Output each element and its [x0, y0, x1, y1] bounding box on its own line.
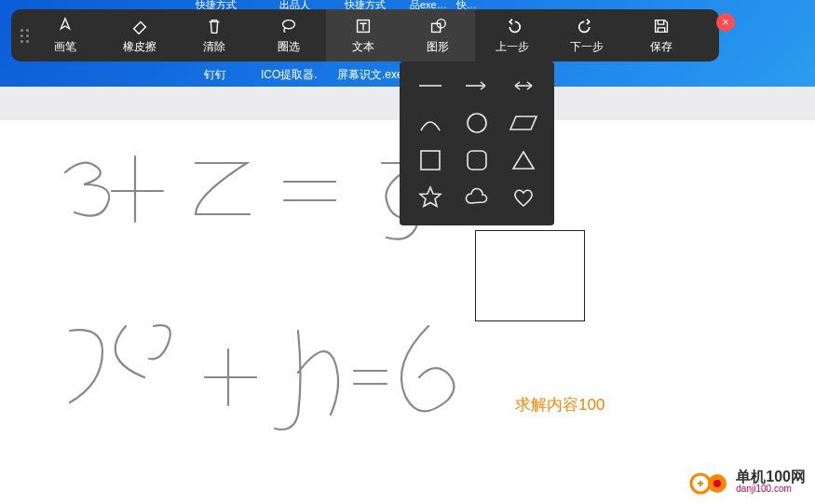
undo-label: 上一步	[496, 39, 529, 55]
shape-double-arrow[interactable]	[508, 75, 539, 97]
svg-point-0	[283, 20, 295, 29]
shapes-dropdown-panel	[400, 61, 554, 225]
save-button[interactable]: 保存	[624, 9, 699, 61]
eraser-button[interactable]: 橡皮擦	[102, 9, 177, 61]
svg-rect-8	[421, 151, 440, 170]
close-button[interactable]: ×	[716, 13, 735, 32]
lasso-label: 圈选	[278, 39, 300, 55]
eraser-label: 橡皮擦	[123, 39, 156, 55]
svg-point-7	[468, 114, 486, 132]
desktop-label: 屏幕识文.exe	[337, 67, 403, 83]
save-label: 保存	[650, 39, 672, 55]
brush-icon	[55, 16, 75, 36]
lasso-icon	[278, 16, 299, 36]
clear-button[interactable]: 清除	[177, 9, 251, 61]
shape-parallelogram[interactable]	[508, 112, 539, 134]
shape-cloud[interactable]	[461, 186, 493, 209]
watermark-title: 单机100网	[736, 470, 806, 484]
shape-rounded-square[interactable]	[461, 149, 493, 171]
drag-handle[interactable]	[11, 29, 28, 43]
drawn-rectangle[interactable]	[475, 230, 585, 321]
shape-heart[interactable]	[508, 186, 539, 209]
shape-line[interactable]	[414, 75, 446, 97]
shape-arrow[interactable]	[461, 75, 493, 97]
clear-label: 清除	[203, 39, 225, 55]
trash-icon	[204, 16, 224, 36]
text-button[interactable]: 文本	[326, 9, 401, 61]
text-icon	[353, 16, 374, 36]
undo-icon	[502, 16, 523, 36]
svg-rect-9	[468, 151, 486, 170]
shapes-button[interactable]: 图形	[401, 9, 475, 61]
desktop-label: ICO提取器.	[261, 67, 318, 83]
save-icon	[651, 16, 672, 36]
desktop-label: 钉钉	[204, 67, 226, 83]
redo-button[interactable]: 下一步	[550, 9, 624, 61]
shapes-label: 图形	[427, 39, 449, 55]
shape-arc[interactable]	[414, 112, 446, 134]
shape-triangle[interactable]	[508, 149, 539, 171]
shapes-icon	[428, 16, 448, 36]
eraser-icon	[129, 16, 150, 36]
text-label: 文本	[352, 39, 374, 55]
watermark-logo-icon	[689, 467, 730, 497]
watermark-url: danji100.com	[736, 484, 806, 494]
shape-star[interactable]	[414, 186, 446, 209]
redo-icon	[577, 16, 597, 36]
shape-circle[interactable]	[461, 112, 493, 134]
svg-point-12	[713, 480, 721, 487]
undo-button[interactable]: 上一步	[475, 9, 550, 61]
redo-label: 下一步	[570, 39, 604, 55]
site-watermark: 单机100网 danji100.com	[689, 467, 806, 497]
brush-button[interactable]: 画笔	[28, 9, 102, 61]
inserted-text[interactable]: 求解内容100	[515, 394, 604, 415]
shape-square[interactable]	[414, 149, 446, 171]
brush-label: 画笔	[54, 39, 76, 55]
close-icon: ×	[722, 16, 728, 29]
annotation-toolbar: 画笔 橡皮擦 清除 圈选 文本 图形 上一步 下一步	[11, 9, 719, 61]
lasso-button[interactable]: 圈选	[251, 9, 326, 61]
